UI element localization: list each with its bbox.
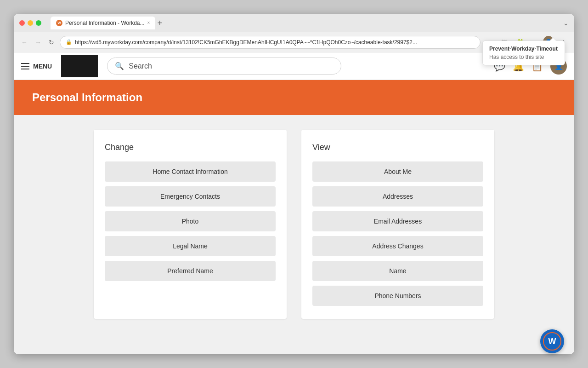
extension-popup-title: Prevent-Workday-Timeout <box>489 46 558 52</box>
tab-close-button[interactable]: × <box>147 20 150 25</box>
search-bar[interactable]: 🔍 Search <box>107 58 341 75</box>
help-button[interactable]: W <box>540 329 564 353</box>
window-controls: ⌄ <box>563 19 569 27</box>
tab-label: Personal Information - Workda... <box>65 20 145 26</box>
view-card-title: View <box>312 143 483 152</box>
cards-container: Change Home Contact Information Emergenc… <box>32 130 556 319</box>
phone-numbers-button[interactable]: Phone Numbers <box>312 286 483 306</box>
address-changes-button[interactable]: Address Changes <box>312 236 483 256</box>
change-card-title: Change <box>105 143 276 152</box>
search-icon: 🔍 <box>115 62 124 70</box>
refresh-button[interactable]: ↻ <box>47 37 56 48</box>
address-input[interactable]: 🔒 https://wd5.myworkday.com/company/d/in… <box>60 36 481 49</box>
minimize-window-button[interactable] <box>28 20 33 26</box>
emergency-contacts-button[interactable]: Emergency Contacts <box>105 186 276 207</box>
title-bar: W Personal Information - Workda... × + ⌄ <box>14 14 574 32</box>
menu-button[interactable]: MENU <box>21 63 52 70</box>
page-header: Personal Information <box>14 80 574 115</box>
addresses-button[interactable]: Addresses <box>312 186 483 207</box>
legal-name-button[interactable]: Legal Name <box>105 236 276 256</box>
window-control: ⌄ <box>563 19 569 27</box>
company-logo <box>61 55 98 77</box>
menu-label: MENU <box>33 63 52 70</box>
lock-icon: 🔒 <box>66 39 72 45</box>
change-card: Change Home Contact Information Emergenc… <box>94 130 287 319</box>
close-window-button[interactable] <box>19 20 25 26</box>
view-card: View About Me Addresses Email Addresses … <box>301 130 494 319</box>
active-tab[interactable]: W Personal Information - Workda... × <box>51 17 155 29</box>
change-card-buttons: Home Contact Information Emergency Conta… <box>105 161 276 281</box>
home-contact-info-button[interactable]: Home Contact Information <box>105 161 276 182</box>
app-content: MENU 🔍 Search 💬 🔔 35 📋 👤 Personal Inform… <box>14 52 574 354</box>
url-text: https://wd5.myworkday.com/company/d/inst… <box>75 39 475 46</box>
view-card-buttons: About Me Addresses Email Addresses Addre… <box>312 161 483 306</box>
workday-tab-icon: W <box>56 20 62 26</box>
forward-button[interactable]: → <box>33 37 43 48</box>
back-button[interactable]: ← <box>19 37 29 48</box>
traffic-lights <box>19 20 41 26</box>
about-me-button[interactable]: About Me <box>312 161 483 182</box>
hamburger-icon <box>21 63 29 69</box>
name-button[interactable]: Name <box>312 261 483 281</box>
main-content: Change Home Contact Information Emergenc… <box>14 115 574 354</box>
extension-popup: Prevent-Workday-Timeout Has access to th… <box>482 40 565 65</box>
help-w-label: W <box>548 337 556 346</box>
photo-button[interactable]: Photo <box>105 211 276 231</box>
tab-bar: W Personal Information - Workda... × + <box>51 17 560 29</box>
maximize-window-button[interactable] <box>36 20 41 26</box>
extension-popup-subtitle: Has access to this site <box>489 54 558 60</box>
email-addresses-button[interactable]: Email Addresses <box>312 211 483 231</box>
search-input-text: Search <box>129 62 152 70</box>
help-inner-ring: W <box>543 332 561 351</box>
preferred-name-button[interactable]: Preferred Name <box>105 261 276 281</box>
page-title: Personal Information <box>32 91 556 104</box>
new-tab-button[interactable]: + <box>157 19 162 27</box>
